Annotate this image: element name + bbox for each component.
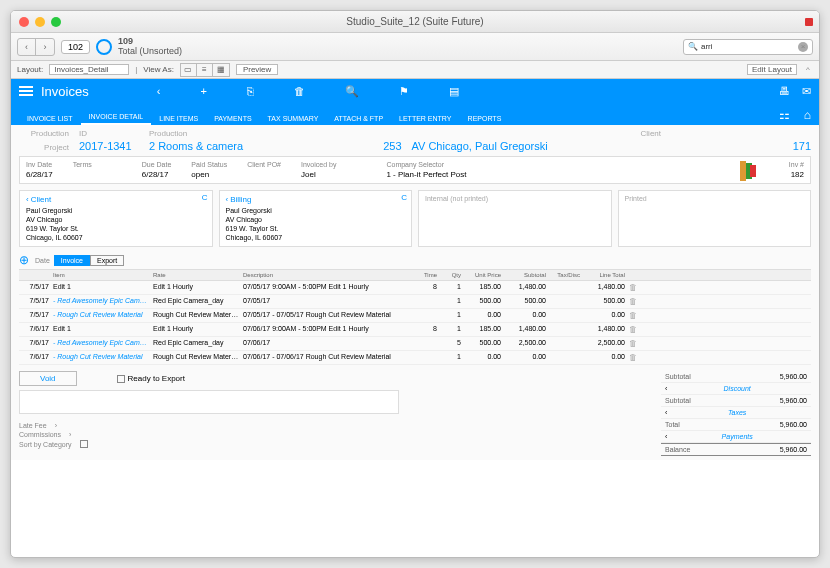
late-fee-row[interactable]: Late Fee› [19, 422, 651, 429]
line-item-toggle: ⊕ Date Invoice Export [19, 253, 811, 267]
export-toggle[interactable]: Export [90, 255, 124, 266]
trash-icon[interactable]: 🗑 [627, 339, 639, 348]
list-icon[interactable]: ▤ [449, 85, 459, 98]
inv-number-field: Inv #182 [789, 161, 804, 179]
titlebar: Studio_Suite_12 (Suite Future) [11, 11, 819, 33]
table-view-icon[interactable]: ▦ [213, 64, 229, 76]
tag-icon[interactable]: ⚑ [399, 85, 409, 98]
taxes-row: ‹ Taxes [661, 407, 811, 419]
tab-invoice-detail[interactable]: INVOICE DETAIL [81, 110, 152, 125]
preview-button[interactable]: Preview [236, 64, 278, 75]
trash-icon[interactable]: 🗑 [627, 311, 639, 320]
grid-icon[interactable]: ⚏ [779, 108, 790, 122]
prev-icon[interactable]: ‹ [157, 85, 161, 98]
billing-address: Paul GregorskiAV Chicago619 W. Taylor St… [226, 206, 406, 242]
tab-line-items[interactable]: LINE ITEMS [151, 112, 206, 125]
search-icon: 🔍 [688, 42, 698, 51]
printed-panel[interactable]: Printed [618, 190, 812, 247]
list-view-icon[interactable]: ≡ [197, 64, 213, 76]
invoice-toggle[interactable]: Invoice [54, 255, 90, 266]
table-row[interactable]: 7/5/17Edit 1Edit 1 Hourly07/05/17 9:00AM… [19, 281, 811, 295]
billing-panel: ‹Billing C Paul GregorskiAV Chicago619 W… [219, 190, 413, 247]
tab-invoice-list[interactable]: INVOICE LIST [19, 112, 81, 125]
trash-icon[interactable]: 🗑 [627, 297, 639, 306]
back-button[interactable]: ‹ [18, 39, 36, 55]
production-row: Production ID Production Client [19, 129, 811, 138]
table-row[interactable]: 7/5/17- Red Awesomely Epic Camera #1 100… [19, 295, 811, 309]
client-address: Paul GregorskiAV Chicago619 W. Taylor St… [26, 206, 206, 242]
tab-letter-entry[interactable]: LETTER ENTRY [391, 112, 459, 125]
trash-icon[interactable]: 🗑 [627, 325, 639, 334]
tab-reports[interactable]: REPORTS [459, 112, 509, 125]
subtotal2-row: Subtotal5,960.00 [661, 395, 811, 407]
client-number[interactable]: 253 [383, 140, 401, 152]
forward-button[interactable]: › [36, 39, 54, 55]
bottom-section: Void Ready to Export Late Fee› Commissio… [19, 371, 811, 456]
clear-search-icon[interactable]: × [798, 42, 808, 52]
form-view-icon[interactable]: ▭ [181, 64, 197, 76]
add-icon[interactable]: + [200, 85, 206, 98]
caret-icon[interactable]: ^ [803, 65, 813, 74]
edit-layout-button[interactable]: Edit Layout [747, 64, 797, 75]
totals: Subtotal5,960.00 ‹ Discount Subtotal5,96… [661, 371, 811, 456]
home-icon[interactable]: ⌂ [804, 108, 811, 122]
subtotal-row: Subtotal5,960.00 [661, 371, 811, 383]
search-icon[interactable]: 🔍 [345, 85, 359, 98]
client-panel-header: ‹Client [26, 195, 206, 204]
minimize-icon[interactable] [35, 17, 45, 27]
project-name[interactable]: 2 Rooms & camera [149, 140, 243, 152]
memo-field[interactable] [19, 390, 399, 414]
content: Production ID Production Client Project … [11, 125, 819, 460]
table-row[interactable]: 7/5/17- Rough Cut Review MaterialRough C… [19, 309, 811, 323]
ready-export[interactable]: Ready to Export [117, 374, 185, 383]
billing-panel-c[interactable]: C [401, 193, 407, 202]
menu-icon[interactable] [19, 86, 33, 96]
line-item-header: ItemRateDescription TimeQty Unit PriceSu… [19, 269, 811, 281]
trash-icon[interactable]: 🗑 [627, 283, 639, 292]
trash-icon[interactable]: 🗑 [627, 353, 639, 362]
client-panel-c[interactable]: C [202, 193, 208, 202]
tab-payments[interactable]: PAYMENTS [206, 112, 259, 125]
table-row[interactable]: 7/6/17- Red Awesomely Epic Camera #1 100… [19, 337, 811, 351]
paid-status-field: Paid Statusopen [191, 161, 227, 179]
internal-panel[interactable]: Internal (not printed) [418, 190, 612, 247]
commissions-row[interactable]: Commissions› [19, 431, 651, 438]
client-name[interactable]: AV Chicago, Paul Gregorski [412, 140, 548, 152]
record-number[interactable]: 102 [61, 40, 90, 54]
add-line-icon[interactable]: ⊕ [19, 253, 29, 267]
layout-select[interactable]: Invoices_Detail [49, 64, 129, 75]
search-input[interactable]: 🔍 arri × [683, 39, 813, 55]
mail-icon[interactable]: ✉ [802, 85, 811, 98]
table-row[interactable]: 7/6/17Edit 1Edit 1 Hourly07/06/17 9:00AM… [19, 323, 811, 337]
layout-label: Layout: [17, 65, 43, 74]
copy-icon[interactable]: ⎘ [247, 85, 254, 98]
void-button[interactable]: Void [19, 371, 77, 386]
blue-tabs: INVOICE LIST INVOICE DETAIL LINE ITEMS P… [11, 103, 819, 125]
tab-tax-summary[interactable]: TAX SUMMARY [260, 112, 327, 125]
due-date-field: Due Date6/28/17 [142, 161, 172, 179]
client-panel: ‹Client C Paul GregorskiAV Chicago619 W.… [19, 190, 213, 247]
id-label: ID [79, 129, 139, 138]
close-icon[interactable] [19, 17, 29, 27]
layout-bar: Layout: Invoices_Detail | View As: ▭ ≡ ▦… [11, 61, 819, 79]
balance-row: Balance5,960.00 [661, 443, 811, 456]
blue-action-icons: ‹ + ⎘ 🗑 🔍 ⚑ ▤ [157, 85, 459, 98]
trash-icon[interactable]: 🗑 [294, 85, 305, 98]
line-items: ⊕ Date Invoice Export ItemRateDescriptio… [19, 253, 811, 365]
table-row[interactable]: 7/6/17- Rough Cut Review MaterialRough C… [19, 351, 811, 365]
blue-nav-top: Invoices ‹ + ⎘ 🗑 🔍 ⚑ ▤ 🖶 ✉ [11, 79, 819, 103]
print-icon[interactable]: 🖶 [779, 85, 790, 98]
invoiced-by-field: Invoiced byJoel [301, 161, 336, 179]
sort-category-row[interactable]: Sort by Category [19, 440, 651, 448]
tab-attach-ftp[interactable]: ATTACH & FTP [326, 112, 391, 125]
pie-icon[interactable] [96, 39, 112, 55]
maximize-icon[interactable] [51, 17, 61, 27]
footer-left: Late Fee› Commissions› Sort by Category [19, 422, 651, 448]
folder-number[interactable]: 171 [793, 140, 811, 152]
project-id[interactable]: 2017-1341 [79, 140, 139, 152]
app-window: Studio_Suite_12 (Suite Future) ‹ › 102 1… [10, 10, 820, 558]
ready-checkbox[interactable] [117, 375, 125, 383]
company-field: Company Selector1 - Plan-it Perfect Post [386, 161, 466, 179]
company-logo-icon [736, 159, 760, 183]
nav-buttons: ‹ › [17, 38, 55, 56]
